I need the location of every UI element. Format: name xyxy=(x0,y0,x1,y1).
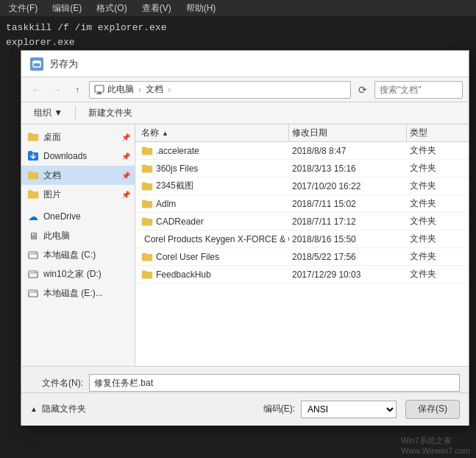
thispc-icon: 🖥 xyxy=(27,230,39,242)
file-name-cell: 2345截图 xyxy=(138,180,289,192)
menu-edit[interactable]: 编辑(E) xyxy=(49,1,85,16)
row-folder-icon xyxy=(141,269,153,280)
save-button[interactable]: 保存(S) xyxy=(405,400,460,419)
address-part-2: 文档 xyxy=(146,83,163,96)
file-list-header: 名称 ▲ 修改日期 类型 xyxy=(135,124,469,142)
menu-view[interactable]: 查看(V) xyxy=(139,1,174,16)
menu-file[interactable]: 文件(F) xyxy=(6,1,40,16)
hide-folders-label: 隐藏文件夹 xyxy=(42,403,86,415)
sidebar-item-desktop[interactable]: 桌面 📌 xyxy=(21,127,135,147)
file-row[interactable]: FeedbackHub 2017/12/29 10:03 文件夹 xyxy=(135,266,469,283)
watermark-line1: Win7系统之家 xyxy=(401,435,470,446)
dialog-bottom-bar: ▲ 隐藏文件夹 编码(E): ANSI UTF-8 Unicode 保存(S) xyxy=(21,392,469,425)
new-folder-button[interactable]: 新建文件夹 xyxy=(82,105,139,122)
file-row[interactable]: Corel User Files 2018/5/22 17:56 文件夹 xyxy=(135,248,469,266)
menu-help[interactable]: 帮助(H) xyxy=(183,1,219,16)
row-folder-icon xyxy=(141,181,153,191)
address-bar[interactable]: 此电脑 › 文档 › xyxy=(89,81,351,99)
watermark: Win7系统之家 Www.Winwin7.com xyxy=(401,435,470,455)
filename-input[interactable] xyxy=(89,374,460,392)
col-header-date[interactable]: 修改日期 xyxy=(289,124,407,141)
sidebar-label-downloads: Downloads xyxy=(43,151,87,161)
address-sep-2: › xyxy=(168,85,171,95)
sidebar-item-disk-e[interactable]: 本地磁盘 (E:)... xyxy=(21,283,135,303)
sidebar-item-onedrive[interactable]: ☁ OneDrive xyxy=(21,207,135,226)
file-row[interactable]: 360js Files 2018/3/13 15:16 文件夹 xyxy=(135,160,469,177)
nav-back-button[interactable]: ← xyxy=(27,81,45,99)
nav-forward-button[interactable]: → xyxy=(48,81,65,99)
desktop-folder-icon xyxy=(27,131,39,143)
file-type-cell: 文件夹 xyxy=(407,162,466,175)
svg-rect-4 xyxy=(96,94,102,94)
file-row[interactable]: CADReader 2018/7/11 17:12 文件夹 xyxy=(135,213,469,230)
terminal-output: taskkill /f /im explorer.exe explorer.ex… xyxy=(6,21,166,49)
toolbar-separator xyxy=(75,106,76,121)
save-as-dialog: 另存为 ← → ↑ 此电脑 › 文档 › ⟳ 组织 ▼ 新建文件夹 xyxy=(21,50,469,426)
file-name-cell: 360js Files xyxy=(138,163,289,174)
sidebar-label-pictures: 图片 xyxy=(43,189,61,201)
file-row[interactable]: Adlm 2018/7/11 15:02 文件夹 xyxy=(135,195,469,213)
file-type-cell: 文件夹 xyxy=(407,215,466,228)
nav-bar: ← → ↑ 此电脑 › 文档 › ⟳ xyxy=(21,77,469,102)
file-type-cell: 文件夹 xyxy=(407,268,466,281)
col-header-name[interactable]: 名称 ▲ xyxy=(138,124,289,141)
file-name-cell: Corel Products Keygen X-FORCE & C... xyxy=(138,234,289,244)
file-row[interactable]: Corel Products Keygen X-FORCE & C... 201… xyxy=(135,230,469,248)
toolbar: 组织 ▼ 新建文件夹 xyxy=(21,102,469,124)
menu-format[interactable]: 格式(O) xyxy=(93,1,129,16)
svg-rect-3 xyxy=(98,92,101,94)
pin-icon-desktop: 📌 xyxy=(121,133,130,141)
organize-button[interactable]: 组织 ▼ xyxy=(27,105,69,122)
folder-svg xyxy=(27,132,39,142)
pin-icon-pictures: 📌 xyxy=(121,191,130,199)
file-date-cell: 2018/7/11 15:02 xyxy=(289,199,407,209)
row-folder-icon xyxy=(141,163,153,174)
drive-d-svg xyxy=(27,268,39,280)
sidebar-item-documents[interactable]: 文档 📌 xyxy=(21,166,135,185)
file-date-cell: 2018/3/13 15:16 xyxy=(289,163,407,174)
dialog-titlebar: 另存为 xyxy=(21,51,469,77)
drive-svg xyxy=(27,249,39,261)
svg-point-10 xyxy=(35,272,37,273)
sidebar-item-downloads[interactable]: Downloads 📌 xyxy=(21,147,135,166)
file-name-cell: Adlm xyxy=(138,199,289,209)
row-folder-icon xyxy=(141,252,153,262)
file-row[interactable]: .accelerate 2018/8/8 8:47 文件夹 xyxy=(135,142,469,160)
pictures-svg xyxy=(27,189,39,200)
file-name-cell: CADReader xyxy=(138,216,289,227)
hide-folders-button[interactable]: ▲ 隐藏文件夹 xyxy=(30,403,86,415)
sidebar-label-disk-e: 本地磁盘 (E:)... xyxy=(43,287,103,300)
onedrive-icon: ☁ xyxy=(27,211,39,222)
sidebar-item-disk-d[interactable]: win10之家 (D:) xyxy=(21,264,135,283)
row-folder-icon xyxy=(141,199,153,209)
sidebar-item-pictures[interactable]: 图片 📌 xyxy=(21,185,135,204)
disk-c-icon xyxy=(27,249,39,261)
file-row[interactable]: 2345截图 2017/10/20 16:22 文件夹 xyxy=(135,177,469,195)
col-header-type[interactable]: 类型 xyxy=(407,124,466,141)
file-list[interactable]: 名称 ▲ 修改日期 类型 .accelerate 2018/8/ xyxy=(135,124,469,366)
search-input[interactable] xyxy=(374,81,463,99)
address-sep-1: › xyxy=(138,85,141,95)
file-name-cell: .accelerate xyxy=(138,146,289,156)
refresh-button[interactable]: ⟳ xyxy=(354,81,372,99)
svg-point-7 xyxy=(35,253,37,254)
dialog-icon xyxy=(30,57,43,71)
nav-up-button[interactable]: ↑ xyxy=(68,81,86,99)
drive-e-svg xyxy=(27,287,39,299)
documents-svg xyxy=(27,170,39,180)
sidebar-label-documents: 文档 xyxy=(43,169,61,182)
downloads-icon xyxy=(27,150,39,162)
file-type-cell: 文件夹 xyxy=(407,180,466,192)
file-type-cell: 文件夹 xyxy=(407,144,466,157)
sidebar-label-thispc: 此电脑 xyxy=(43,230,70,242)
encoding-select[interactable]: ANSI UTF-8 Unicode xyxy=(301,401,397,418)
pin-icon-downloads: 📌 xyxy=(121,152,130,161)
sidebar: 桌面 📌 Downloads 📌 xyxy=(21,124,135,366)
sidebar-item-thispc[interactable]: 🖥 此电脑 xyxy=(21,226,135,245)
sidebar-item-disk-c[interactable]: 本地磁盘 (C:) xyxy=(21,245,135,264)
main-area: 桌面 📌 Downloads 📌 xyxy=(21,124,469,366)
file-date-cell: 2018/5/22 17:56 xyxy=(289,252,407,262)
file-date-cell: 2018/8/8 8:47 xyxy=(289,146,407,156)
file-name-cell: Corel User Files xyxy=(138,252,289,262)
file-date-cell: 2018/7/11 17:12 xyxy=(289,216,407,227)
